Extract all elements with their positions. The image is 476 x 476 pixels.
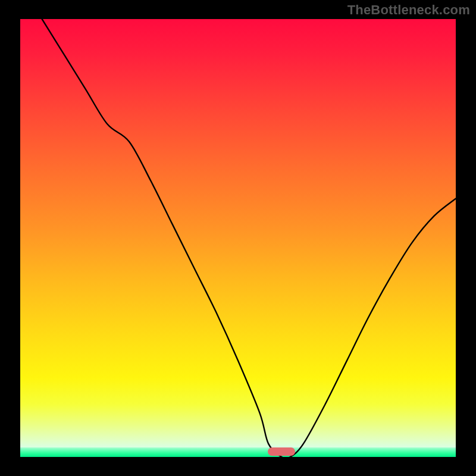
watermark-text: TheBottleneck.com <box>347 2 470 18</box>
curve-svg <box>20 19 456 457</box>
optimal-marker <box>268 447 295 456</box>
bottleneck-curve <box>42 19 456 457</box>
plot-area <box>20 19 456 457</box>
chart-frame: TheBottleneck.com <box>0 0 476 476</box>
